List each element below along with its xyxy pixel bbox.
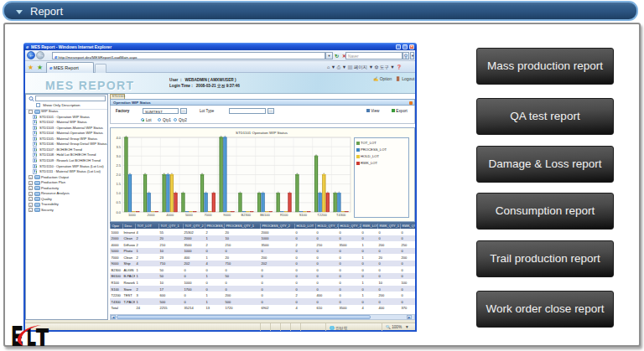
svg-text:2.0: 2.0: [116, 173, 121, 177]
svg-text:T: T: [37, 325, 49, 350]
svg-text:1.5: 1.5: [116, 182, 121, 186]
svg-text:9000: 9000: [223, 213, 231, 217]
svg-text:2.5: 2.5: [116, 163, 121, 168]
svg-text:4000: 4000: [166, 213, 174, 217]
svg-text:T2200: T2200: [317, 213, 327, 217]
svg-text:B2300: B2300: [242, 213, 252, 217]
svg-text:1.0: 1.0: [116, 191, 121, 195]
svg-text:R100: R100: [280, 213, 288, 217]
svg-text:3.0: 3.0: [116, 154, 121, 158]
svg-text:5000: 5000: [185, 213, 194, 217]
svg-text:STD1101 Operation WIP Status: STD1101 Operation WIP Status: [236, 131, 288, 135]
svg-text:4.0: 4.0: [116, 136, 121, 140]
svg-text:T4300: T4300: [336, 213, 346, 217]
svg-text:1000: 1000: [128, 213, 137, 217]
svg-text:3.5: 3.5: [116, 145, 121, 149]
svg-text:0.0: 0.0: [116, 210, 121, 214]
svg-text:S100: S100: [299, 213, 308, 217]
svg-text:0.5: 0.5: [116, 200, 121, 204]
svg-text:B6100: B6100: [260, 213, 270, 217]
svg-text:2000: 2000: [148, 213, 156, 217]
svg-text:7000: 7000: [205, 213, 213, 217]
